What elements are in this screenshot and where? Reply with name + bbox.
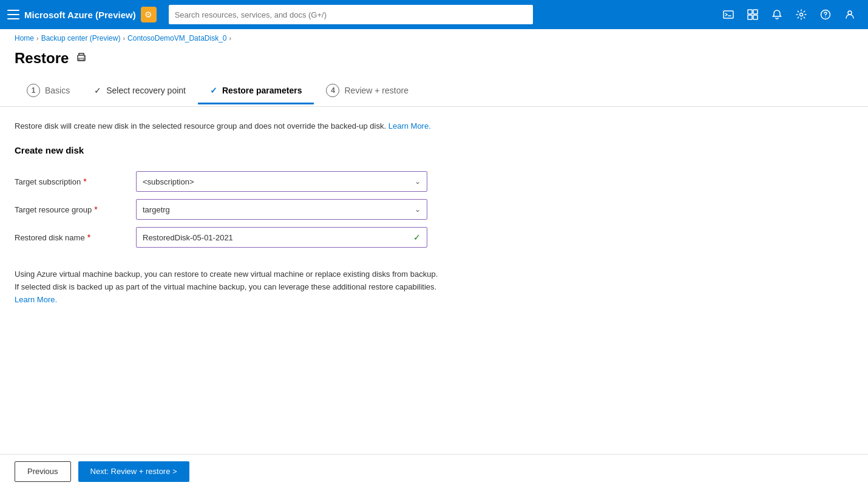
step-3-check: ✓ bbox=[210, 86, 217, 95]
svg-rect-3 bbox=[748, 15, 752, 19]
search-input[interactable] bbox=[169, 5, 533, 24]
help-icon[interactable] bbox=[815, 4, 836, 25]
target-resource-group-field: targetrg ⌄ bbox=[136, 195, 500, 223]
resource-group-chevron-icon: ⌄ bbox=[415, 205, 421, 214]
breadcrumb-sep-1: › bbox=[36, 35, 39, 42]
step-3-label: Restore parameters bbox=[222, 86, 302, 95]
app-title: Microsoft Azure (Preview) bbox=[24, 10, 136, 20]
topbar: Microsoft Azure (Preview) ⚙ bbox=[0, 0, 868, 29]
breadcrumb-backup-center[interactable]: Backup center (Preview) bbox=[41, 34, 121, 42]
hamburger-menu[interactable] bbox=[7, 8, 19, 21]
breadcrumb-vm-disk[interactable]: ContosoDemoVM_DataDisk_0 bbox=[127, 34, 226, 42]
svg-rect-0 bbox=[724, 11, 733, 18]
target-subscription-field: <subscription> ⌄ bbox=[136, 168, 500, 195]
required-star-1: * bbox=[83, 177, 86, 186]
restored-disk-name-label: Restored disk name * bbox=[15, 223, 136, 251]
breadcrumb-sep-2: › bbox=[123, 35, 125, 42]
portal-icon[interactable] bbox=[742, 4, 764, 25]
disk-name-valid-icon: ✓ bbox=[413, 232, 421, 242]
info-text: Restore disk will create new disk in the… bbox=[15, 121, 853, 130]
step-1-label: Basics bbox=[45, 86, 70, 95]
svg-rect-4 bbox=[753, 15, 758, 19]
wizard-step-restore-params[interactable]: ✓ Restore parameters bbox=[198, 78, 314, 104]
target-resource-group-dropdown[interactable]: targetrg ⌄ bbox=[136, 199, 427, 220]
bell-icon[interactable] bbox=[766, 4, 788, 25]
form-grid: Target subscription * <subscription> ⌄ T… bbox=[15, 168, 500, 251]
svg-point-7 bbox=[825, 16, 826, 18]
breadcrumb: Home › Backup center (Preview) › Contoso… bbox=[0, 29, 868, 47]
step-2-check: ✓ bbox=[94, 86, 101, 95]
step-4-number: 4 bbox=[326, 84, 339, 97]
badge-icon: ⚙ bbox=[144, 10, 152, 19]
target-subscription-label: Target subscription * bbox=[15, 168, 136, 195]
wizard-step-recovery-point[interactable]: ✓ Select recovery point bbox=[82, 78, 198, 104]
account-icon[interactable] bbox=[839, 4, 861, 25]
additional-learn-more-link[interactable]: Learn More. bbox=[15, 295, 57, 304]
restored-disk-name-value: RestoredDisk-05-01-2021 bbox=[143, 233, 233, 242]
search-container bbox=[169, 5, 533, 24]
page-title: Restore bbox=[15, 50, 69, 67]
step-2-label: Select recovery point bbox=[106, 86, 186, 95]
target-subscription-value: <subscription> bbox=[143, 177, 194, 186]
subscription-chevron-icon: ⌄ bbox=[415, 177, 421, 186]
required-star-3: * bbox=[87, 232, 90, 242]
info-learn-more-link[interactable]: Learn More. bbox=[388, 121, 431, 130]
svg-point-8 bbox=[848, 11, 852, 15]
additional-info: Using Azure virtual machine backup, you … bbox=[15, 268, 439, 306]
section-heading: Create new disk bbox=[15, 145, 853, 155]
breadcrumb-sep-3: › bbox=[229, 35, 231, 42]
terminal-icon[interactable] bbox=[717, 4, 739, 25]
svg-rect-10 bbox=[79, 58, 84, 60]
restored-disk-name-input[interactable]: RestoredDisk-05-01-2021 ✓ bbox=[136, 227, 427, 248]
target-rg-value: targetrg bbox=[143, 205, 170, 214]
step-1-number: 1 bbox=[27, 84, 40, 97]
breadcrumb-home[interactable]: Home bbox=[15, 34, 34, 42]
svg-point-5 bbox=[800, 13, 803, 16]
wizard-step-basics[interactable]: 1 Basics bbox=[15, 76, 82, 106]
required-star-2: * bbox=[94, 205, 97, 214]
settings-icon[interactable] bbox=[790, 4, 812, 25]
azure-badge: ⚙ bbox=[141, 7, 157, 22]
main-content: Restore disk will create new disk in the… bbox=[0, 107, 868, 320]
target-resource-group-label: Target resource group * bbox=[15, 195, 136, 223]
svg-rect-2 bbox=[753, 10, 758, 14]
svg-rect-1 bbox=[748, 10, 752, 14]
wizard-step-review[interactable]: 4 Review + restore bbox=[314, 76, 420, 106]
svg-point-11 bbox=[84, 56, 85, 58]
wizard-steps: 1 Basics ✓ Select recovery point ✓ Resto… bbox=[0, 76, 868, 107]
step-4-label: Review + restore bbox=[344, 86, 408, 95]
target-subscription-dropdown[interactable]: <subscription> ⌄ bbox=[136, 171, 427, 192]
topbar-actions bbox=[717, 4, 861, 25]
print-icon[interactable] bbox=[76, 52, 87, 65]
page-header: Restore bbox=[0, 47, 868, 76]
restored-disk-name-field: RestoredDisk-05-01-2021 ✓ bbox=[136, 223, 500, 251]
